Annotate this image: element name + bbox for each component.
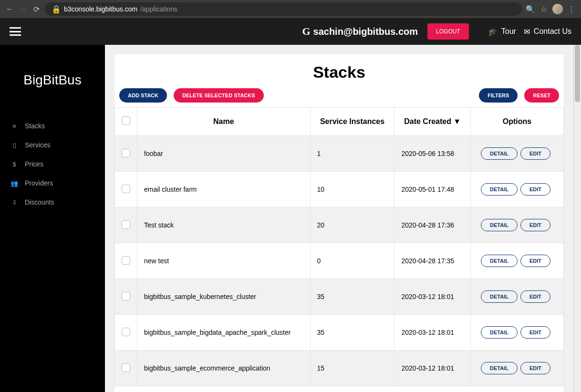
- column-header-options: Options: [470, 108, 563, 136]
- stacks-icon: ≡: [10, 123, 18, 130]
- column-header-checkbox: [115, 108, 137, 136]
- row-checkbox-cell: [115, 279, 137, 315]
- sidebar-item-label: Discounts: [25, 198, 54, 206]
- edit-button[interactable]: EDIT: [520, 290, 550, 303]
- discounts-icon: ⇩: [10, 199, 18, 206]
- cell-instances: 10: [310, 172, 394, 207]
- detail-button[interactable]: DETAIL: [481, 290, 518, 303]
- cell-instances: 1: [310, 136, 394, 172]
- cell-options: DETAILEDIT: [470, 243, 563, 279]
- sidebar-item-discounts[interactable]: ⇩ Discounts: [0, 193, 105, 212]
- cell-name: bigbitbus_sample_bigdata_apache_spark_cl…: [137, 315, 311, 351]
- row-checkbox[interactable]: [122, 363, 130, 372]
- browser-reload-icon[interactable]: ⟳: [31, 4, 41, 14]
- cell-options: DETAILEDIT: [470, 315, 563, 351]
- table-row: email cluster farm102020-05-01 17:48DETA…: [115, 172, 564, 207]
- row-checkbox-cell: [115, 315, 137, 351]
- table-row: Test stack202020-04-28 17:36DETAILEDIT: [115, 207, 564, 243]
- detail-button[interactable]: DETAIL: [481, 147, 518, 160]
- edit-button[interactable]: EDIT: [520, 183, 550, 196]
- lock-icon: 🔒: [52, 4, 61, 14]
- row-checkbox-cell: [115, 351, 137, 386]
- sidebar-item-label: Stacks: [25, 122, 45, 130]
- reset-button[interactable]: RESET: [524, 88, 559, 103]
- cell-date: 2020-04-28 17:36: [394, 207, 470, 243]
- row-checkbox-cell: [115, 172, 137, 207]
- stacks-panel: Stacks ADD STACK DELETE SELECTED STACKS …: [114, 54, 564, 392]
- edit-button[interactable]: EDIT: [520, 255, 550, 267]
- sidebar-nav: ≡ Stacks ▯ Services $ Prices 👥 Providers…: [0, 116, 105, 212]
- cell-options: DETAILEDIT: [470, 207, 563, 243]
- filters-button[interactable]: FILTERS: [479, 88, 518, 103]
- table-row: bigbitbus_sample_kubernetes_cluster35202…: [115, 279, 564, 315]
- sidebar: BigBitBus ≡ Stacks ▯ Services $ Prices 👥…: [0, 45, 105, 392]
- row-checkbox[interactable]: [122, 185, 130, 193]
- sidebar-item-services[interactable]: ▯ Services: [0, 135, 105, 155]
- detail-button[interactable]: DETAIL: [481, 183, 518, 196]
- delete-selected-stacks-button[interactable]: DELETE SELECTED STACKS: [174, 88, 264, 103]
- graduation-icon: 🎓: [488, 27, 498, 36]
- google-g-icon: G: [302, 25, 310, 38]
- hamburger-icon[interactable]: [10, 27, 21, 36]
- browser-menu-icon[interactable]: ⋮: [567, 4, 576, 14]
- row-checkbox[interactable]: [122, 220, 130, 229]
- column-header-instances[interactable]: Service Instances: [310, 108, 394, 136]
- contact-link[interactable]: ✉ Contact Us: [524, 27, 571, 36]
- app-topbar: G sachin@bigbitbus.com LOGOUT 🎓 Tour ✉ C…: [0, 18, 581, 45]
- cell-options: DETAILEDIT: [470, 172, 563, 207]
- sidebar-item-label: Providers: [25, 179, 53, 187]
- user-email: G sachin@bigbitbus.com: [302, 25, 418, 38]
- cell-instances: 15: [310, 351, 394, 386]
- edit-button[interactable]: EDIT: [520, 362, 550, 374]
- edit-button[interactable]: EDIT: [520, 147, 550, 160]
- select-all-checkbox[interactable]: [122, 116, 130, 125]
- browser-url-bar[interactable]: 🔒 b3console.bigbitbus.com/applications: [45, 2, 522, 16]
- brand-title: BigBitBus: [0, 50, 105, 116]
- contact-label: Contact Us: [534, 27, 571, 36]
- column-header-date[interactable]: Date Created ▼: [394, 108, 470, 136]
- row-checkbox[interactable]: [122, 292, 130, 300]
- row-checkbox-cell: [115, 207, 137, 243]
- url-path: /applications: [140, 5, 177, 13]
- services-icon: ▯: [10, 142, 18, 149]
- sidebar-item-stacks[interactable]: ≡ Stacks: [0, 116, 105, 135]
- row-checkbox[interactable]: [122, 256, 130, 265]
- sidebar-item-providers[interactable]: 👥 Providers: [0, 174, 105, 193]
- stacks-table: Name Service Instances Date Created ▼ Op…: [114, 107, 564, 386]
- add-stack-button[interactable]: ADD STACK: [119, 88, 167, 103]
- providers-icon: 👥: [10, 180, 18, 187]
- column-header-name[interactable]: Name: [137, 108, 311, 136]
- cell-instances: 20: [310, 207, 394, 243]
- bookmark-star-icon[interactable]: ☆: [539, 4, 549, 14]
- table-row: foobar12020-05-06 13:58DETAILEDIT: [115, 136, 564, 172]
- cell-date: 2020-03-12 18:01: [394, 351, 470, 386]
- table-row: new test02020-04-28 17:35DETAILEDIT: [115, 243, 564, 279]
- tour-link[interactable]: 🎓 Tour: [488, 27, 516, 36]
- sidebar-item-label: Services: [25, 141, 51, 149]
- cell-name: bigbitbus_sample_ecommerce_application: [137, 351, 311, 386]
- envelope-icon: ✉: [524, 27, 530, 36]
- scrollbar-thumb[interactable]: [575, 45, 580, 102]
- detail-button[interactable]: DETAIL: [481, 255, 518, 267]
- browser-forward-icon[interactable]: →: [18, 4, 28, 14]
- cell-name: foobar: [137, 136, 311, 172]
- edit-button[interactable]: EDIT: [520, 326, 550, 339]
- table-row: bigbitbus_sample_ecommerce_application15…: [115, 351, 564, 386]
- detail-button[interactable]: DETAIL: [481, 219, 518, 231]
- detail-button[interactable]: DETAIL: [481, 326, 518, 339]
- browser-back-icon[interactable]: ←: [5, 4, 14, 14]
- page-title: Stacks: [114, 60, 564, 88]
- zoom-icon[interactable]: 🔍: [526, 4, 535, 14]
- cell-options: DETAILEDIT: [470, 136, 563, 172]
- sidebar-item-prices[interactable]: $ Prices: [0, 155, 105, 174]
- prices-icon: $: [10, 161, 18, 168]
- cell-date: 2020-03-12 18:01: [394, 315, 470, 351]
- edit-button[interactable]: EDIT: [520, 219, 550, 231]
- vertical-scrollbar[interactable]: [573, 45, 581, 392]
- row-checkbox[interactable]: [122, 149, 130, 157]
- cell-instances: 35: [310, 279, 394, 315]
- logout-button[interactable]: LOGOUT: [427, 23, 469, 40]
- detail-button[interactable]: DETAIL: [481, 362, 518, 374]
- row-checkbox[interactable]: [122, 328, 130, 336]
- profile-avatar[interactable]: [552, 4, 563, 14]
